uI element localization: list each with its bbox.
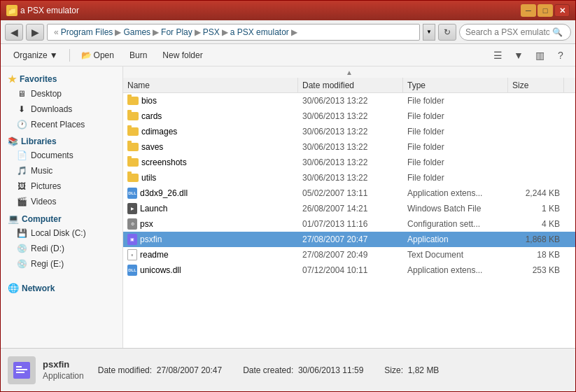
main-area: ★ Favorites 🖥 Desktop ⬇ Downloads 🕐 Rece… (1, 66, 575, 348)
sidebar-item-regi[interactable]: 💿 Regi (E:) (1, 256, 122, 272)
open-button[interactable]: 📂 Open (74, 46, 121, 64)
file-date: 07/12/2004 10:11 (298, 262, 403, 277)
table-row[interactable]: ▣ psxfin 27/08/2007 20:47 Application 1,… (123, 232, 575, 247)
address-dropdown[interactable]: ▼ (423, 24, 435, 41)
status-size: Size: 1,82 MB (384, 365, 439, 375)
table-row[interactable]: ≡ readme 27/08/2007 20:49 Text Document … (123, 247, 575, 262)
network-icon: 🌐 (8, 283, 19, 293)
search-input[interactable] (465, 27, 549, 37)
path-games[interactable]: Games (123, 27, 150, 37)
search-box[interactable]: 🔍 (459, 24, 571, 41)
file-date: 30/06/2013 13:22 (298, 93, 403, 108)
col-header-date[interactable]: Date modified (298, 78, 403, 92)
table-row[interactable]: DLL unicows.dll 07/12/2004 10:11 Applica… (123, 262, 575, 278)
sidebar-item-documents[interactable]: 📄 Documents (1, 148, 122, 163)
file-type: File folder (403, 170, 508, 185)
sidebar-item-local-disk[interactable]: 💾 Local Disk (C:) (1, 225, 122, 241)
help-button[interactable]: ? (552, 46, 570, 64)
file-name-text: psxfin (140, 234, 162, 244)
forward-button[interactable]: ▶ (26, 24, 44, 41)
maximize-button[interactable]: □ (538, 4, 553, 17)
file-type: File folder (403, 93, 508, 108)
new-folder-button[interactable]: New folder (155, 46, 209, 64)
table-row[interactable]: ▶ Launch 26/08/2007 14:21 Windows Batch … (123, 201, 575, 216)
folder-icon (127, 143, 139, 151)
file-size: 2,244 KB (508, 186, 564, 200)
table-row[interactable]: screenshots 30/06/2013 13:22 File folder (123, 155, 575, 170)
view-list-button[interactable]: ☰ (489, 46, 507, 64)
file-size (508, 139, 564, 154)
file-name: ▶ Launch (123, 203, 298, 214)
preview-pane-button[interactable]: ▥ (531, 46, 549, 64)
table-row[interactable]: cdimages 30/06/2013 13:22 File folder (123, 124, 575, 139)
sidebar-item-music[interactable]: 🎵 Music (1, 163, 122, 178)
refresh-button[interactable]: ↻ (438, 24, 456, 41)
table-row[interactable]: bios 30/06/2013 13:22 File folder (123, 93, 575, 108)
file-date: 05/02/2007 13:11 (298, 186, 403, 200)
file-size (508, 93, 564, 108)
burn-button[interactable]: Burn (122, 46, 154, 64)
close-button[interactable]: ✕ (554, 4, 570, 17)
table-row[interactable]: saves 30/06/2013 13:22 File folder (123, 139, 575, 155)
back-button[interactable]: ◀ (5, 24, 23, 41)
sidebar-item-downloads[interactable]: ⬇ Downloads (1, 102, 122, 117)
file-name: saves (123, 142, 298, 152)
file-type: Configuration sett... (403, 216, 508, 231)
title-bar-controls: ─ □ ✕ (521, 4, 570, 17)
organize-button[interactable]: Organize ▼ (6, 46, 65, 64)
window-title: a PSX emulator (20, 6, 79, 15)
sidebar-item-desktop[interactable]: 🖥 Desktop (1, 86, 122, 102)
status-file-icon (8, 356, 36, 384)
file-size (508, 170, 564, 185)
toolbar-sep-1 (69, 49, 70, 62)
file-size: 4 KB (508, 216, 564, 231)
date-modified-label: Date modified: (98, 365, 152, 375)
path-emulator[interactable]: a PSX emulator (230, 27, 289, 37)
sidebar-item-pictures[interactable]: 🖼 Pictures (1, 178, 122, 194)
sidebar-item-recent[interactable]: 🕐 Recent Places (1, 117, 122, 132)
status-info: psxfin Application (43, 359, 84, 381)
table-row[interactable]: utils 30/06/2013 13:22 File folder (123, 170, 575, 186)
collapse-arrow[interactable]: ▲ (123, 66, 575, 78)
file-name-text: screenshots (141, 158, 187, 167)
file-name: DLL d3dx9_26.dll (123, 188, 298, 199)
bat-icon: ▶ (127, 203, 137, 214)
file-list-header: Name Date modified Type Size (123, 78, 575, 93)
address-bar: ◀ ▶ « Program Files ▶ Games ▶ For Play ▶… (1, 20, 575, 44)
pictures-icon: 🖼 (16, 181, 27, 192)
col-header-type[interactable]: Type (403, 78, 508, 92)
table-row[interactable]: DLL d3dx9_26.dll 05/02/2007 13:11 Applic… (123, 186, 575, 201)
toolbar-right: ☰ ▼ ▥ ? (489, 46, 570, 64)
col-header-name[interactable]: Name (123, 78, 298, 92)
file-type: Text Document (403, 247, 508, 262)
view-dropdown-button[interactable]: ▼ (510, 46, 528, 64)
path-forplay[interactable]: For Play (161, 27, 192, 37)
recent-icon: 🕐 (16, 119, 27, 130)
file-name-text: Launch (140, 204, 167, 214)
path-program-files[interactable]: Program Files (61, 27, 113, 37)
burn-label: Burn (129, 50, 147, 60)
title-bar: 📁 a PSX emulator ─ □ ✕ (1, 1, 575, 20)
size-label: Size: (384, 365, 403, 375)
table-row[interactable]: cards 30/06/2013 13:22 File folder (123, 108, 575, 124)
status-date-modified: Date modified: 27/08/2007 20:47 (98, 365, 222, 375)
sidebar-item-redi[interactable]: 💿 Redi (D:) (1, 241, 122, 256)
title-bar-left: 📁 a PSX emulator (6, 5, 79, 16)
file-name: cards (123, 111, 298, 121)
organize-arrow: ▼ (50, 50, 58, 60)
window-icon: 📁 (6, 5, 17, 16)
sidebar-label-videos: Videos (31, 197, 56, 206)
file-name: ⚙ psx (123, 218, 298, 230)
sidebar-label-regi: Regi (E:) (31, 259, 64, 269)
minimize-button[interactable]: ─ (521, 4, 536, 17)
file-size (508, 108, 564, 123)
file-name-text: psx (140, 219, 153, 229)
sidebar-item-videos[interactable]: 🎬 Videos (1, 194, 122, 209)
path-psx[interactable]: PSX (203, 27, 220, 37)
table-row[interactable]: ⚙ psx 01/07/2013 11:16 Configuration set… (123, 216, 575, 232)
col-header-size[interactable]: Size (508, 78, 564, 92)
documents-icon: 📄 (16, 150, 27, 161)
computer-section: 💻 Computer (1, 209, 122, 225)
date-created-label: Date created: (243, 365, 293, 375)
address-path[interactable]: « Program Files ▶ Games ▶ For Play ▶ PSX… (47, 24, 420, 41)
